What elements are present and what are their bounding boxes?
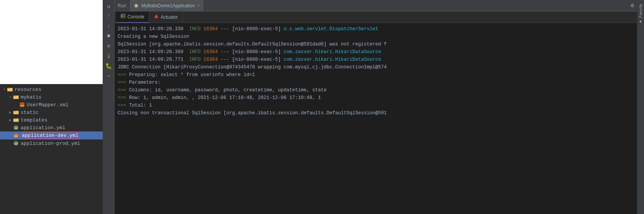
- tree-item-mybatis[interactable]: ▾mybatis: [0, 93, 103, 101]
- tree-item-label: application-dev.yml: [22, 133, 78, 138]
- run-toolbar: ↺↑↓■⊙⤓🐛—: [103, 0, 115, 214]
- log-line: JDBC Connection [HikariProxyConnection@9…: [118, 63, 634, 71]
- bug-button[interactable]: 🐛: [104, 61, 113, 70]
- sidebar: ▾resources▾mybatisxmlUserMapper.xml▶stat…: [0, 0, 103, 214]
- svg-text:xml: xml: [20, 104, 24, 107]
- tree-item-label: application-prod.yml: [21, 141, 80, 146]
- log-line: 2023-01-31 14:09:20.330 INFO 16364 --- […: [118, 25, 634, 33]
- log-line: 2023-01-31 14:09:20.771 INFO 16364 --- […: [118, 56, 634, 63]
- chevron-icon[interactable]: ▶: [8, 110, 13, 115]
- console-tab-label: Console: [128, 14, 144, 19]
- folder-icon: [13, 117, 19, 123]
- chevron-icon[interactable]: ▶: [8, 117, 13, 123]
- refresh-button[interactable]: ↺: [104, 2, 113, 11]
- folder-icon: [7, 86, 13, 92]
- run-tab-label: MyBatisDome1Application: [141, 3, 195, 8]
- tree-item-label: templates: [21, 117, 47, 123]
- run-tab-icon: [134, 3, 139, 8]
- tree-item-application-prod[interactable]: ymlapplication-prod.yml: [0, 139, 103, 147]
- chevron-icon[interactable]: ▾: [8, 94, 13, 100]
- xml-icon: xml: [19, 102, 25, 108]
- tree-item-label: application.yml: [21, 125, 65, 131]
- tree-item-application[interactable]: ymlapplication.yml: [0, 124, 103, 131]
- log-line: <== Row: 1, admin, admin, , 2021-12-06 1…: [118, 94, 634, 102]
- yaml-orange-icon: yml: [13, 133, 19, 139]
- console-output: 2023-01-31 14:09:20.330 INFO 16364 --- […: [115, 23, 637, 214]
- star-icon[interactable]: ★: [639, 18, 642, 24]
- log-line: ==> Preparing: select * from userinfo wh…: [118, 71, 634, 79]
- run-tab-close-btn[interactable]: ×: [197, 3, 200, 8]
- favorite-label[interactable]: Favorite: [639, 4, 643, 18]
- log-line: Creating a new SqlSession: [118, 33, 634, 41]
- svg-marker-20: [154, 14, 158, 18]
- svg-rect-9: [13, 118, 16, 119]
- actuator-tab-label: Actuator: [161, 15, 178, 20]
- tab-actuator[interactable]: Actuator: [149, 11, 183, 23]
- tree-item-label: static: [21, 110, 39, 115]
- dash-button[interactable]: —: [104, 71, 113, 80]
- up-button[interactable]: ↑: [104, 11, 113, 21]
- tree-item-label: mybatis: [21, 94, 42, 100]
- console-tab-icon: ▶: [121, 13, 126, 20]
- camera-button[interactable]: ⊙: [104, 41, 113, 50]
- folder-icon: [13, 94, 19, 100]
- tree-item-application-dev[interactable]: ymlapplication-dev.yml: [0, 131, 103, 139]
- tree-item-resources[interactable]: ▾resources: [0, 86, 103, 93]
- log-line: Closing non transactional SqlSession [or…: [118, 109, 634, 117]
- down-button[interactable]: ↓: [104, 21, 113, 31]
- stop-button[interactable]: ■: [104, 31, 113, 41]
- log-line: SqlSession [org.apache.ibatis.session.de…: [118, 41, 634, 48]
- selected-file-box: application-dev.yml: [21, 132, 79, 139]
- download-button[interactable]: ⤓: [104, 51, 113, 60]
- svg-text:yml: yml: [14, 143, 18, 145]
- svg-text:▶: ▶: [121, 14, 124, 18]
- svg-text:yml: yml: [14, 127, 18, 129]
- sidebar-white-block: [0, 0, 103, 84]
- tab-console[interactable]: ▶Console: [116, 11, 149, 23]
- yaml-green-icon: yml: [13, 125, 19, 131]
- run-tab[interactable]: MyBatisDome1Application ×: [130, 0, 203, 11]
- svg-rect-1: [7, 88, 10, 89]
- main-panel: Run: MyBatisDome1Application × ⚙ ▶Consol…: [115, 0, 637, 214]
- folder-icon: [13, 109, 19, 115]
- log-line: <== Total: 1: [118, 102, 634, 109]
- console-tabs: ▶ConsoleActuator: [115, 11, 637, 23]
- settings-button[interactable]: ⚙: [631, 2, 634, 9]
- svg-rect-7: [13, 111, 16, 112]
- yaml-green-icon: yml: [13, 140, 19, 146]
- run-label: Run:: [118, 3, 127, 8]
- tree-item-label: resources: [15, 87, 41, 92]
- svg-text:yml: yml: [14, 135, 18, 137]
- right-strip: Favorite ★: [637, 0, 644, 214]
- svg-rect-3: [13, 96, 16, 96]
- log-line: <== Columns: id, username, password, pho…: [118, 86, 634, 94]
- tree-item-UserMapper[interactable]: xmlUserMapper.xml: [0, 101, 103, 109]
- tree-item-templates[interactable]: ▶templates: [0, 116, 103, 124]
- actuator-tab-icon: [154, 14, 159, 20]
- file-tree: ▾resources▾mybatisxmlUserMapper.xml▶stat…: [0, 84, 103, 214]
- tree-item-static[interactable]: ▶static: [0, 109, 103, 116]
- log-line: ==> Parameters:: [118, 79, 634, 86]
- tree-item-label: UserMapper.xml: [27, 102, 68, 108]
- chevron-icon[interactable]: ▾: [2, 87, 7, 92]
- top-bar: Run: MyBatisDome1Application × ⚙: [115, 0, 637, 11]
- log-line: 2023-01-31 14:09:20.389 INFO 16364 --- […: [118, 48, 634, 56]
